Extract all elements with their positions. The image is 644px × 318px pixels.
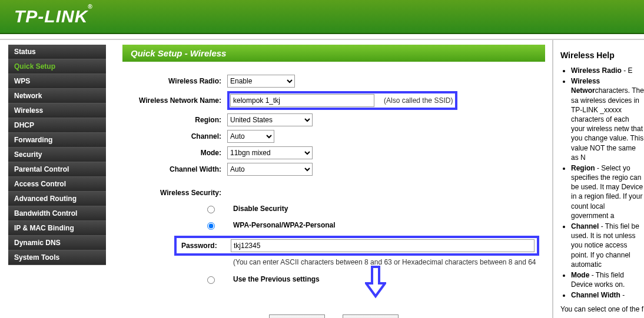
brand-logo: TP-LINK®: [14, 6, 93, 26]
help-tail: You can select one of the f: [560, 305, 644, 313]
sidebar-item-advanced-routing[interactable]: Advanced Routing: [8, 192, 106, 206]
label-wireless-radio: Wireless Radio:: [127, 77, 227, 85]
ssid-hint: (Also called the SSID): [384, 96, 453, 105]
help-item: Channel Width -: [571, 290, 644, 300]
sidebar-item-security[interactable]: Security: [8, 148, 106, 162]
sidebar-item-quick-setup[interactable]: Quick Setup: [8, 59, 106, 74]
sidebar: StatusQuick SetupWPSNetworkWirelessDHCPF…: [0, 40, 106, 318]
opt-previous: Use the Previous settings: [233, 275, 320, 283]
sidebar-item-system-tools[interactable]: System Tools: [8, 250, 106, 265]
help-title: Wireless Help: [560, 51, 644, 60]
region-select[interactable]: United States: [227, 113, 313, 126]
password-hint: (You can enter ASCII characters between …: [233, 258, 540, 266]
main-panel: Quick Setup - Wireless Wireless Radio: E…: [106, 40, 552, 318]
sidebar-item-dhcp[interactable]: DHCP: [8, 118, 106, 133]
ssid-input[interactable]: [230, 94, 374, 107]
password-highlight-box: Password:: [174, 236, 539, 256]
label-password: Password:: [177, 242, 231, 250]
sidebar-item-dynamic-dns[interactable]: Dynamic DNS: [8, 236, 106, 250]
arrow-annotation-icon: [365, 266, 386, 299]
next-button[interactable]: Next: [343, 314, 399, 318]
help-item: Wireless Networcharacters. The sa wirele…: [571, 76, 644, 162]
sidebar-item-access-control[interactable]: Access Control: [8, 177, 106, 192]
help-item: Wireless Radio - E: [571, 66, 644, 75]
page-title: Quick Setup - Wireless: [122, 45, 545, 62]
sidebar-item-bandwidth-control[interactable]: Bandwidth Control: [8, 206, 106, 221]
channel-width-select[interactable]: Auto: [227, 163, 313, 176]
label-channel: Channel:: [127, 132, 227, 140]
sidebar-item-status[interactable]: Status: [8, 45, 106, 59]
channel-select[interactable]: Auto: [227, 130, 274, 143]
help-panel: Wireless Help Wireless Radio - EWireless…: [552, 40, 644, 318]
help-item: Channel - This fiel be used. It is not u…: [571, 222, 644, 269]
radio-wpa[interactable]: [207, 222, 215, 230]
ssid-highlight-box: (Also called the SSID): [227, 91, 457, 110]
label-ssid: Wireless Network Name:: [127, 96, 227, 105]
sidebar-item-wireless[interactable]: Wireless: [8, 103, 106, 118]
label-channel-width: Channel Width:: [127, 165, 227, 173]
label-wireless-security: Wireless Security:: [127, 189, 227, 197]
radio-previous[interactable]: [207, 276, 215, 284]
sidebar-item-wps[interactable]: WPS: [8, 74, 106, 89]
opt-disable-security: Disable Security: [233, 205, 288, 213]
sidebar-item-ip-mac-binding[interactable]: IP & MAC Binding: [8, 221, 106, 236]
wireless-radio-select[interactable]: Enable: [227, 75, 295, 88]
password-input[interactable]: [231, 239, 535, 252]
label-mode: Mode:: [127, 149, 227, 157]
sidebar-item-forwarding[interactable]: Forwarding: [8, 133, 106, 148]
help-item: Mode - This field Device works on.: [571, 270, 644, 289]
opt-wpa: WPA-Personal/WPA2-Personal: [233, 221, 336, 229]
sidebar-item-parental-control[interactable]: Parental Control: [8, 162, 106, 177]
label-region: Region:: [127, 116, 227, 124]
mode-select[interactable]: 11bgn mixed: [227, 146, 313, 159]
help-item: Region - Select yo specifies the regio c…: [571, 163, 644, 220]
app-header: TP-LINK®: [0, 0, 644, 34]
back-button[interactable]: Back: [269, 314, 325, 318]
radio-disable-security[interactable]: [207, 206, 215, 213]
sidebar-item-network[interactable]: Network: [8, 89, 106, 103]
